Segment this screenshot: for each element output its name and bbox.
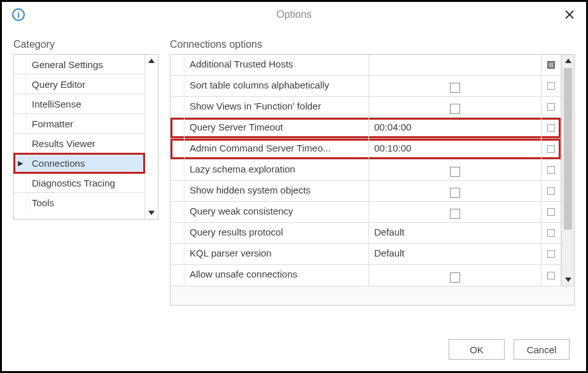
option-value[interactable] [369, 55, 542, 75]
option-caret [171, 55, 185, 75]
checkbox[interactable] [450, 209, 460, 219]
option-row[interactable]: KQL parser versionDefault [171, 244, 561, 265]
cell-marker [547, 124, 555, 132]
option-caret [171, 244, 185, 264]
cell-marker [547, 250, 555, 258]
option-caret [171, 97, 185, 117]
option-value[interactable]: 00:04:00 [369, 118, 542, 138]
option-value[interactable]: 00:10:00 [369, 139, 542, 159]
option-row[interactable]: Sort table columns alphabetically [171, 76, 561, 97]
options-dialog: i Options Category General SettingsQuery… [0, 0, 588, 373]
category-label: Category [13, 39, 158, 50]
checkbox[interactable] [450, 83, 460, 93]
option-control [542, 223, 561, 243]
close-icon [564, 10, 575, 20]
option-value[interactable]: Default [369, 244, 542, 264]
category-scrollbar[interactable] [145, 55, 158, 219]
scrollbar-thumb[interactable] [564, 68, 572, 230]
category-item[interactable]: General Settings [14, 55, 144, 74]
option-row[interactable]: Show hidden system objects [171, 181, 561, 202]
scroll-up-icon[interactable] [148, 59, 155, 63]
option-value[interactable] [369, 181, 542, 201]
option-label: Show Views in 'Function' folder [185, 97, 369, 117]
category-item-label: Tools [27, 197, 54, 208]
category-item[interactable]: Tools [14, 193, 144, 213]
close-button[interactable] [562, 7, 577, 22]
category-panel: Category General SettingsQuery EditorInt… [13, 39, 158, 328]
scroll-up-icon[interactable] [565, 59, 571, 63]
option-row[interactable]: Admin Command Server Timeo...00:10:00 [171, 139, 561, 160]
options-grid-footer [171, 286, 574, 305]
category-item[interactable]: IntelliSense [14, 94, 144, 114]
category-caret [14, 114, 27, 133]
window-title: Options [2, 9, 586, 20]
option-row[interactable]: Query weak consistency [171, 202, 561, 223]
scroll-down-icon[interactable] [148, 211, 155, 215]
info-icon: i [12, 8, 25, 21]
cell-marker [547, 103, 555, 111]
options-grid: Additional Trusted HostsSort table colum… [170, 54, 575, 306]
category-item[interactable]: Results Viewer [14, 134, 144, 153]
options-scrollbar[interactable] [561, 55, 574, 286]
scroll-down-icon[interactable] [565, 278, 571, 282]
checkbox[interactable] [450, 167, 460, 177]
option-control[interactable] [542, 55, 561, 75]
cell-marker [547, 82, 555, 90]
option-value[interactable] [369, 76, 542, 96]
ok-button[interactable]: OK [449, 339, 505, 360]
option-caret [171, 160, 185, 180]
option-caret [171, 118, 185, 138]
category-item-label: Connections [27, 158, 85, 169]
titlebar: i Options [2, 2, 586, 27]
option-caret [171, 202, 185, 222]
category-caret [14, 74, 27, 94]
option-row[interactable]: Allow unsafe connections [171, 265, 561, 286]
category-caret [14, 55, 27, 74]
option-label: Additional Trusted Hosts [185, 55, 369, 75]
option-value[interactable] [369, 97, 542, 117]
option-value[interactable] [369, 202, 542, 222]
option-control [542, 202, 561, 222]
category-item-label: Results Viewer [27, 138, 95, 149]
category-item-label: Diagnostics Tracing [27, 178, 115, 188]
option-caret [171, 181, 185, 201]
category-caret [14, 134, 27, 153]
category-item-label: Query Editor [27, 79, 85, 90]
option-control [542, 76, 561, 96]
cancel-button[interactable]: Cancel [514, 339, 570, 360]
category-item-label: IntelliSense [27, 99, 81, 109]
option-label: Sort table columns alphabetically [185, 76, 369, 96]
category-item[interactable]: Formatter [14, 114, 144, 134]
option-control [542, 265, 561, 286]
scrollbar-track[interactable] [562, 67, 574, 274]
checkbox[interactable] [450, 272, 460, 283]
category-list: General SettingsQuery EditorIntelliSense… [13, 54, 158, 220]
cell-marker [547, 187, 555, 195]
checkbox[interactable] [450, 104, 460, 114]
option-row[interactable]: Lazy schema exploration [171, 160, 561, 181]
cell-marker [547, 272, 555, 279]
option-row[interactable]: Additional Trusted Hosts [171, 55, 561, 76]
option-caret [171, 139, 185, 159]
checkbox[interactable] [450, 188, 460, 198]
option-control [542, 118, 561, 138]
option-row[interactable]: Query results protocolDefault [171, 223, 561, 244]
category-item[interactable]: Diagnostics Tracing [14, 173, 144, 193]
option-value[interactable] [369, 160, 542, 180]
category-item-label: General Settings [27, 59, 103, 70]
option-label: Show hidden system objects [185, 181, 369, 201]
option-row[interactable]: Show Views in 'Function' folder [171, 97, 561, 118]
category-item[interactable]: ▶Connections [14, 153, 144, 173]
option-label: Allow unsafe connections [185, 265, 369, 286]
category-caret: ▶ [14, 153, 27, 172]
option-value[interactable] [369, 265, 542, 286]
option-label: Query weak consistency [185, 202, 369, 222]
option-row[interactable]: Query Server Timeout00:04:00 [171, 118, 561, 139]
option-control [542, 244, 561, 264]
option-value[interactable]: Default [369, 223, 542, 243]
option-caret [171, 223, 185, 243]
category-item[interactable]: Query Editor [14, 74, 144, 94]
dropdown-icon[interactable] [547, 61, 555, 69]
option-control [542, 139, 561, 159]
cell-marker [547, 229, 555, 237]
